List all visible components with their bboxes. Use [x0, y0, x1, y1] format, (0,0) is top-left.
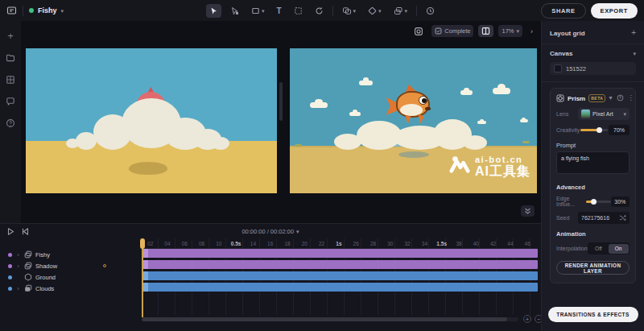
seed-label: Seed [556, 215, 569, 221]
add-layout-grid-button[interactable]: + [631, 29, 636, 37]
edge-influence-slider[interactable] [586, 201, 611, 203]
interpolation-off-option[interactable]: Off [588, 244, 609, 254]
edge-influence-value[interactable]: 30% [611, 197, 630, 207]
ruler-tick: 38 [450, 238, 467, 248]
keyframe-indicator[interactable] [103, 264, 106, 267]
color-swatch[interactable] [554, 64, 562, 72]
timeline-ruler[interactable]: 02040608100.5s14161820221s26283032341.5s… [142, 238, 538, 249]
source-frame-artwork[interactable] [26, 48, 277, 193]
comments-icon[interactable] [6, 96, 15, 106]
select-tool[interactable] [206, 4, 221, 18]
capture-icon[interactable] [411, 25, 427, 37]
playhead-handle[interactable] [140, 238, 145, 249]
ruler-tick: 44 [502, 238, 518, 248]
seed-input[interactable] [581, 215, 617, 221]
project-title: Fishy [38, 6, 57, 14]
add-icon[interactable]: + [7, 31, 14, 41]
folder-icon[interactable] [6, 52, 15, 63]
boolean-union-tool[interactable]: ▾ [339, 4, 360, 18]
rectangle-tool[interactable]: ▾ [248, 4, 268, 18]
layer-row[interactable]: ›Fishy [0, 249, 137, 260]
ruler-tick: 14 [245, 238, 262, 248]
creativity-value[interactable]: 70% [609, 125, 630, 135]
layer-name: Shadow [35, 263, 57, 270]
project-menu[interactable]: Fishy ▾ [29, 6, 64, 14]
render-animation-layer-button[interactable]: RENDER ANIMATION LAYER [556, 261, 630, 275]
more-options-icon[interactable]: ⋮ [628, 95, 634, 101]
chevron-down-icon: ▾ [405, 8, 408, 14]
ruler-tick: 30 [382, 238, 398, 248]
creativity-label: Creativity [556, 127, 580, 133]
ruler-tick: 34 [416, 238, 433, 248]
diamond-tool[interactable]: ▾ [365, 4, 385, 18]
direct-select-tool[interactable] [227, 4, 242, 18]
ruler-tick: 0.5s [227, 238, 244, 248]
prompt-input[interactable]: a flying fish [556, 151, 630, 174]
fish-shadow [398, 151, 429, 158]
help-icon[interactable] [6, 118, 15, 128]
ruler-tick: 22 [313, 238, 330, 248]
canvas-color-value: 151522 [566, 65, 586, 72]
history-tool[interactable] [423, 4, 438, 18]
export-button[interactable]: EXPORT [591, 3, 638, 19]
frame-tool[interactable] [291, 4, 306, 18]
ruler-tick: 04 [159, 238, 175, 248]
layer-row[interactable]: Ground [0, 271, 137, 283]
time-display[interactable]: 00:00:00 / 00:02:00 ▾ [242, 228, 299, 235]
timeline-track-bar[interactable] [142, 271, 538, 280]
layer-color-dot [8, 253, 12, 257]
layer-row[interactable]: ›Shadow [0, 260, 137, 271]
creativity-slider[interactable] [580, 129, 608, 131]
timeline-zoom-in-button[interactable]: + [523, 315, 531, 323]
ruler-tick: 40 [468, 238, 485, 248]
playhead[interactable] [141, 238, 143, 317]
interpolation-label: Interpolation [556, 246, 588, 251]
layer-color-dot [8, 264, 12, 268]
canvas-color-input[interactable]: 151522 [550, 62, 636, 75]
stack-icon [24, 284, 32, 292]
lens-value: Pixel Art [592, 111, 621, 117]
help-icon[interactable] [617, 94, 624, 103]
components-tool[interactable]: ▾ [390, 4, 411, 18]
complete-button[interactable]: Complete [431, 25, 473, 37]
text-tool[interactable]: T [273, 4, 284, 18]
timeline-track-bar[interactable] [142, 260, 538, 269]
animation-label: Animation [556, 230, 630, 238]
chevron-down-icon: ▾ [378, 8, 382, 14]
seed-field[interactable] [578, 212, 630, 224]
assets-icon[interactable] [6, 74, 15, 85]
timeline-scrollbar[interactable] [142, 317, 518, 321]
layout-grid-label: Layout grid [550, 30, 585, 37]
share-button[interactable]: SHARE [541, 3, 585, 19]
interpolation-on-option[interactable]: On [609, 244, 629, 254]
rotate-tool[interactable] [312, 4, 327, 18]
transitions-effects-button[interactable]: TRANSITIONS & EFFECTS [548, 307, 638, 322]
chevron-right-icon[interactable]: › [15, 252, 21, 258]
app-logo-icon[interactable] [6, 6, 17, 16]
chevron-right-icon[interactable]: › [15, 286, 21, 292]
skip-to-start-button[interactable] [21, 226, 29, 236]
properties-panel: Layout grid + Canvas ▾ 151522 Prism BETA… [541, 21, 644, 331]
ruler-tick: 06 [176, 238, 193, 248]
rendered-frame-artwork[interactable]: ai-bot.cn AI工具集 [290, 48, 537, 193]
timeline-track-bar[interactable] [142, 249, 538, 258]
chevron-right-icon[interactable]: › [15, 263, 21, 269]
shuffle-seed-icon[interactable] [619, 214, 626, 221]
beta-badge: BETA [588, 94, 605, 102]
canvas-scrollbar[interactable] [279, 82, 283, 121]
advanced-label: Advanced [556, 184, 630, 191]
collapse-panel-button[interactable] [521, 205, 535, 217]
play-button[interactable] [6, 226, 14, 236]
next-frame-button[interactable]: › [527, 25, 536, 37]
layer-row[interactable]: ›Clouds [0, 283, 137, 294]
chevron-down-icon: ▾ [262, 8, 265, 14]
split-view-button[interactable] [478, 25, 493, 37]
lens-dropdown[interactable]: Pixel Art ▾ [578, 108, 630, 120]
ruler-tick: 26 [348, 238, 365, 248]
chevron-down-icon[interactable]: ▾ [609, 95, 612, 101]
zoom-level-dropdown[interactable]: 17% ▾ [498, 25, 522, 37]
layers-icon [24, 250, 32, 259]
edge-influence-label: Edge Influe... [556, 196, 586, 207]
timeline-track-bar[interactable] [142, 283, 538, 292]
chevron-down-icon[interactable]: ▾ [633, 51, 636, 56]
